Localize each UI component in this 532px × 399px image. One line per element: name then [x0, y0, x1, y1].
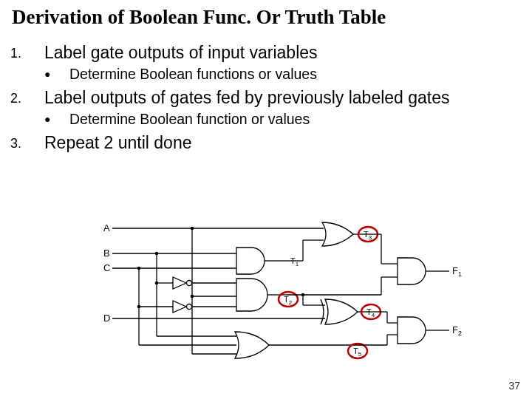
input-label-C: C — [103, 262, 110, 273]
signal-label-T3: T3 — [364, 230, 372, 241]
and-gate-icon — [398, 258, 426, 284]
signal-label-T4: T4 — [366, 307, 375, 318]
and-gate-icon — [398, 317, 426, 344]
or-gate-icon — [322, 222, 353, 246]
list-number-3: 3. — [10, 132, 44, 152]
input-label-B: B — [103, 248, 110, 259]
not-gate-icon — [139, 301, 192, 313]
list-item-1: Label gate outputs of input variables — [44, 42, 318, 64]
logic-circuit-diagram: A B C D — [103, 218, 466, 369]
and-gate-icon — [192, 279, 267, 311]
list-subitem-2: Determine Boolean function or values — [69, 110, 310, 128]
signal-label-T1: T1 — [290, 256, 299, 267]
output-label-F2: F2 — [452, 324, 462, 337]
and-gate-icon — [139, 248, 265, 274]
slide-title: Derivation of Boolean Func. Or Truth Tab… — [12, 6, 522, 29]
signal-label-T2: T2 — [284, 295, 293, 306]
bullet-icon: ● — [44, 110, 69, 126]
list-item-3: Repeat 2 until done — [44, 132, 192, 154]
list-subitem-1: Determine Boolean functions or values — [69, 65, 317, 83]
svg-point-14 — [187, 281, 192, 286]
input-label-D: D — [103, 313, 110, 324]
svg-point-37 — [301, 293, 305, 297]
page-number: 37 — [508, 380, 520, 392]
output-label-F1: F1 — [452, 265, 462, 278]
list-item-2: Label outputs of gates fed by previously… — [44, 87, 450, 109]
procedure-list: 1. Label gate outputs of input variables… — [10, 42, 522, 154]
svg-point-16 — [187, 304, 192, 310]
not-gate-icon — [157, 277, 192, 289]
signal-label-T5: T5 — [353, 347, 362, 358]
list-number-2: 2. — [10, 87, 44, 107]
xor-gate-icon — [321, 299, 358, 324]
input-label-A: A — [103, 222, 110, 233]
bullet-icon: ● — [44, 65, 69, 81]
or-gate-icon — [235, 332, 269, 358]
list-number-1: 1. — [10, 42, 44, 62]
